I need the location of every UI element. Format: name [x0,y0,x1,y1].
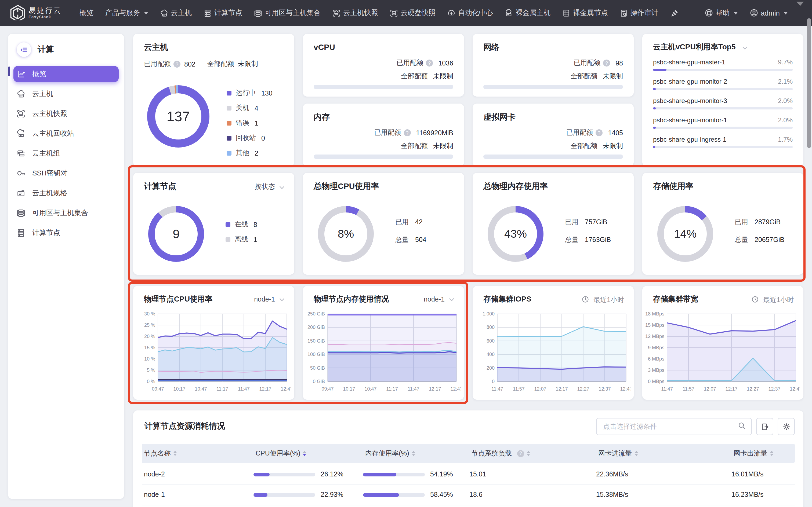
used-quota-label: 已用配额 [374,128,401,137]
help-icon[interactable]: ? [596,129,603,136]
help-menu[interactable]: 帮助 [704,8,738,18]
legend-swatch [225,237,231,242]
donut-center-value: 43% [488,206,544,262]
scrollbar-thumb[interactable] [807,18,811,148]
nav-item-7[interactable]: 云硬盘快照 [390,8,436,18]
column-label: CPU使用率(%) [256,449,300,458]
legend-swatch [225,222,231,227]
top5-row-line: psbc-share-gpu-master-19.7% [653,58,793,66]
column-header-6[interactable]: 网卡出流量 [731,449,795,458]
host-group-icon [17,149,25,158]
sort-arrows[interactable] [770,451,773,456]
user-menu[interactable]: admin [750,9,788,17]
server-icon [17,229,25,237]
sidebar-item-label: 概览 [32,69,46,79]
node-selector-dropdown[interactable]: node-1 [424,296,454,303]
sort-arrows[interactable] [527,451,530,456]
vm-name: psbc-share-gpu-master-1 [653,58,725,66]
legend-label: 错误 [236,119,249,128]
help-icon[interactable]: ? [173,61,181,68]
table-settings-button[interactable] [778,418,795,435]
legend-value: 2 [255,150,258,157]
chart-title: 存储集群带宽 [653,294,698,304]
svg-text:0: 0 [492,379,495,384]
sidebar-item-3[interactable]: 云主机快照 [13,106,119,122]
help-icon[interactable]: ? [603,60,610,66]
top5-dropdown[interactable] [742,44,748,52]
node-selector-dropdown[interactable]: node-1 [254,296,285,303]
svg-text:11:17: 11:17 [386,386,398,392]
sidebar-item-1[interactable]: 概览 [13,66,119,82]
svg-text:15 MBps: 15 MBps [646,323,664,328]
pin-icon [670,9,678,17]
sidebar-item-2[interactable]: 云主机 [13,86,119,102]
svg-text:12:27: 12:27 [577,386,589,392]
svg-text:20 %: 20 % [144,334,155,339]
nav-item-9[interactable]: 裸金属主机 [505,8,551,18]
sort-arrows[interactable] [303,451,306,456]
help-icon [704,9,713,17]
column-header-3[interactable]: 内存使用率(%) [363,449,469,458]
nav-item-1[interactable]: 概览 [80,8,93,18]
sidebar-item-6[interactable]: SSH密钥对 [13,165,119,181]
nav-item-label: 云主机 [171,8,192,18]
svg-text:10:17: 10:17 [173,386,185,392]
total-row: 总量1763GiB [565,235,611,245]
svg-text:3 MBps: 3 MBps [648,368,664,373]
help-icon[interactable]: ? [426,60,433,66]
collapse-menu-icon[interactable] [17,42,31,57]
nav-item-2[interactable]: 产品与服务 [105,8,148,18]
used-quota-value: 1036 [438,59,453,67]
legend-label: 关机 [236,104,249,113]
sort-arrows[interactable] [412,451,415,456]
column-header-2[interactable]: CPU使用率(%) [253,449,363,458]
sidebar-item-5[interactable]: 云主机组 [13,146,119,162]
sidebar-item-8[interactable]: 可用区与主机集合 [13,205,119,221]
nav-item-6[interactable]: 云主机快照 [333,8,378,18]
column-header-5[interactable]: 网卡进流量 [596,449,731,458]
nav-item-8[interactable]: 自动化中心 [447,8,493,18]
sidebar-item-9[interactable]: 计算节点 [13,225,119,241]
used-quota-value: 802 [184,60,196,68]
pin-nav-button[interactable] [670,9,678,17]
node-status-legend-item: 在线8 [225,220,257,229]
sidebar-item-4[interactable]: 云主机回收站 [13,125,119,142]
nav-item-5[interactable]: 可用区与主机集合 [254,8,321,18]
legend-value: 4 [255,104,258,112]
filter-search-input[interactable] [602,422,738,431]
sort-arrows[interactable] [635,451,638,456]
export-button[interactable] [756,418,773,435]
help-icon[interactable]: ? [404,129,411,136]
used-row: 已用2879GiB [735,218,784,227]
search-icon[interactable] [738,422,746,431]
mem-bar [363,472,425,476]
column-header-1[interactable]: 节点名称 [142,449,253,458]
vm-vcpu-usage: 2.0% [778,116,793,124]
nav-item-4[interactable]: 计算节点 [204,8,242,18]
help-icon[interactable]: ? [517,450,524,457]
total-quota-value: 未限制 [603,72,623,81]
total-quota-label: 全部配额 [571,72,598,81]
sort-arrows[interactable] [173,451,177,456]
nav-item-3[interactable]: 云主机 [160,8,192,18]
svg-text:12:17: 12:17 [429,386,441,392]
column-header-4[interactable]: 节点系统负载? [469,449,596,458]
top5-row-line: psbc-share-gpu-monitor-12.0% [653,116,793,124]
nav-item-11[interactable]: 操作审计 [620,8,658,18]
time-range-label: 最近1小时 [581,296,624,305]
sidebar-item-label: 云主机 [32,89,53,99]
chevron-down-icon [449,296,454,303]
time-range-label: 最近1小时 [751,296,794,305]
nav-item-10[interactable]: 裸金属节点 [562,8,608,18]
filter-search-box[interactable] [596,418,752,435]
legend-label: 离线 [235,235,248,244]
status-filter-dropdown[interactable]: 按状态 [255,182,285,191]
total-label: 总量 [735,236,748,243]
caret-down-icon [733,11,738,14]
sort-up-icon [527,451,530,453]
usage-bar-fill [653,107,656,109]
sidebar-item-7[interactable]: 云主机规格 [13,185,119,201]
caret-down-icon [144,11,148,14]
total-row: 总量504 [395,235,426,245]
legend-value: 1 [253,236,257,243]
